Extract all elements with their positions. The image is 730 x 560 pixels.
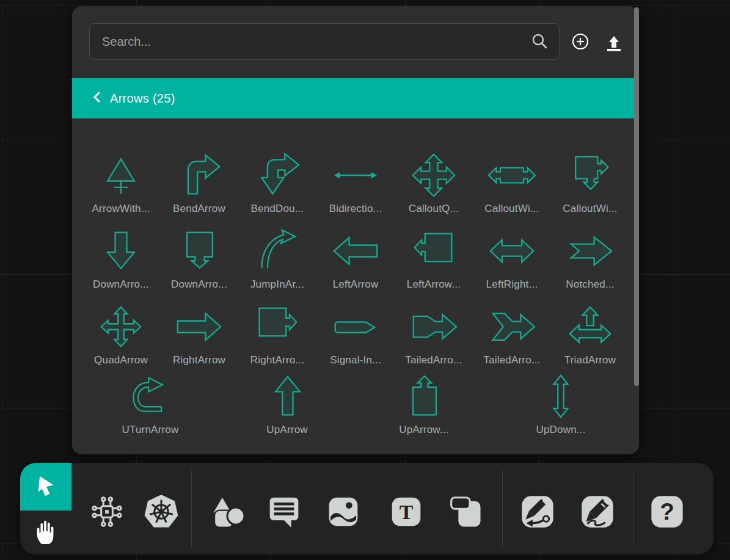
connector-pen-icon <box>520 495 555 529</box>
quad-arrow-shape-icon <box>92 304 150 350</box>
shapes-icon <box>210 495 244 529</box>
library-item[interactable]: RightArro... <box>238 291 316 366</box>
left-arrow-shape-icon <box>326 228 385 274</box>
help-button[interactable]: ? <box>650 495 684 529</box>
add-library-button[interactable] <box>572 33 589 52</box>
library-item-label: UpArrow... <box>399 424 448 436</box>
library-item-label: LeftRight... <box>486 278 538 291</box>
hand-icon <box>33 518 59 547</box>
library-item[interactable]: Notched... <box>551 215 629 291</box>
selection-tools <box>20 463 71 555</box>
library-item-label: UpArrow <box>266 424 308 436</box>
triad-arrow-shape-icon <box>561 304 619 350</box>
draw-pen-tool-button[interactable] <box>580 495 615 529</box>
select-tool-button[interactable] <box>20 463 71 511</box>
library-item-label: JumpInAr... <box>250 278 304 291</box>
library-item[interactable]: LeftArrow... <box>395 215 473 291</box>
library-item[interactable]: UpArrow <box>219 366 356 436</box>
image-tool-button[interactable] <box>326 495 360 529</box>
library-item-label: CalloutWi... <box>484 203 539 215</box>
library-item-label: DownArro... <box>93 278 149 291</box>
library-item[interactable]: DownArro... <box>82 215 160 291</box>
bend-double-arrow-shape-icon <box>248 152 307 198</box>
tailed-arrow-block-shape-icon <box>404 304 463 350</box>
library-item-label: QuadArrow <box>94 354 148 366</box>
library-item-label: RightArro... <box>250 354 304 366</box>
draw-pen-icon <box>580 495 615 529</box>
bend-arrow-shape-icon <box>170 152 228 198</box>
library-item[interactable]: UpArrow... <box>356 366 492 436</box>
toolbar-divider <box>502 470 503 547</box>
library-item-label: LeftArrow <box>333 278 379 291</box>
library-item[interactable]: Signal-In... <box>316 291 395 366</box>
pan-tool-button[interactable] <box>20 511 71 555</box>
library-item[interactable]: TailedArro... <box>395 291 473 366</box>
library-item[interactable]: TriadArrow <box>551 291 629 366</box>
upload-library-button[interactable] <box>602 33 623 53</box>
kubernetes-tool-button[interactable] <box>143 493 180 530</box>
image-icon <box>326 495 360 529</box>
right-arrow-shape-icon <box>170 304 228 350</box>
svg-text:T: T <box>400 501 414 523</box>
library-item-label: TailedArro... <box>405 354 462 366</box>
library-item-label: UpDown... <box>536 424 585 436</box>
panel-scrollbar[interactable] <box>634 7 639 386</box>
upload-icon <box>602 44 623 53</box>
kubernetes-helm-icon <box>143 493 180 530</box>
question-mark-icon: ? <box>650 495 684 529</box>
library-item[interactable]: UpDown... <box>492 366 629 436</box>
up-down-arrow-shape-icon <box>531 373 590 420</box>
down-arrow-shape-icon <box>92 228 150 274</box>
library-item[interactable]: CalloutQ... <box>395 139 473 215</box>
right-arrow-callout-shape-icon <box>248 304 307 350</box>
library-item[interactable]: ArrowWith... <box>82 139 160 215</box>
library-item[interactable]: UTurnArrow <box>82 366 219 436</box>
library-item-label: TriadArrow <box>564 354 616 366</box>
library-item-label: RightArrow <box>173 354 225 366</box>
notched-right-arrow-shape-icon <box>561 228 619 274</box>
note-tool-button[interactable] <box>448 495 483 529</box>
library-item-label: DownArro... <box>171 278 227 291</box>
library-item[interactable]: DownArro... <box>160 215 238 291</box>
category-header[interactable]: Arrows (25) <box>72 78 639 118</box>
chip-icon <box>90 495 124 529</box>
u-turn-arrow-shape-icon <box>121 373 180 420</box>
callout-right-down-arrow-shape-icon <box>561 152 619 198</box>
toolbar-divider <box>191 470 192 547</box>
down-arrow-callout-shape-icon <box>170 228 228 274</box>
library-item[interactable]: Bidirectio... <box>316 139 395 215</box>
components-tool-button[interactable] <box>90 495 124 529</box>
back-chevron-icon <box>93 90 101 106</box>
connector-pen-tool-button[interactable] <box>520 495 555 529</box>
comment-tool-button[interactable] <box>267 495 301 529</box>
library-item[interactable]: LeftRight... <box>473 215 551 291</box>
library-item-label: ArrowWith... <box>92 203 150 215</box>
library-item-label: LeftArrow... <box>407 278 461 291</box>
search-input[interactable] <box>89 23 560 60</box>
shapes-tool-button[interactable] <box>210 495 244 529</box>
library-item[interactable]: QuadArrow <box>82 291 160 366</box>
text-tool-button[interactable]: T <box>389 495 423 529</box>
library-item-label: Notched... <box>566 278 615 291</box>
bidirectional-arrow-shape-icon <box>326 152 385 198</box>
toolbar-divider <box>633 470 634 547</box>
library-item-label: Signal-In... <box>330 354 381 366</box>
plus-circle-icon <box>572 43 589 52</box>
library-item[interactable]: TailedArro... <box>473 291 551 366</box>
library-search-row <box>72 6 639 78</box>
bottom-toolbar: T <box>20 463 714 555</box>
library-item[interactable]: RightArrow <box>160 291 238 366</box>
callout-wide-arrow-shape-icon <box>483 152 541 198</box>
up-arrow-shape-icon <box>258 373 316 420</box>
library-item[interactable]: JumpInAr... <box>238 215 316 291</box>
library-item[interactable]: LeftArrow <box>316 215 395 291</box>
note-icon <box>448 495 483 529</box>
svg-text:?: ? <box>660 498 674 525</box>
arrow-with-tail-shape-icon <box>92 152 150 198</box>
library-item-label: TailedArro... <box>483 354 540 366</box>
text-icon: T <box>389 495 423 529</box>
library-item[interactable]: BendDou... <box>238 139 316 215</box>
library-item[interactable]: CalloutWi... <box>473 139 551 215</box>
library-item[interactable]: CalloutWi... <box>551 139 629 215</box>
library-item[interactable]: BendArrow <box>160 139 238 215</box>
